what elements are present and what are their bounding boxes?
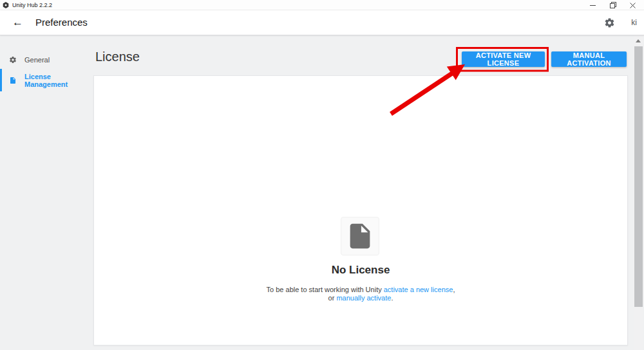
description-text: To be able to start working with Unity — [267, 286, 384, 293]
sidebar-item-label: License Management — [24, 73, 93, 88]
page-title: License — [95, 50, 140, 64]
activate-new-license-link[interactable]: activate a new license — [384, 286, 453, 293]
description-text: . — [391, 294, 393, 302]
manually-activate-link[interactable]: manually activate — [336, 294, 391, 302]
sidebar: General License Management — [0, 35, 93, 350]
page-header-title: Preferences — [35, 17, 88, 28]
content-region: General License Management License ACTIV… — [0, 35, 644, 350]
scrollbar-thumb[interactable] — [634, 46, 643, 307]
manual-activation-button[interactable]: MANUAL ACTIVATION — [551, 51, 627, 67]
scroll-up-arrow-icon[interactable] — [636, 39, 641, 42]
sidebar-item-general[interactable]: General — [0, 52, 93, 68]
activate-new-license-button[interactable]: ACTIVATE NEW LICENSE — [462, 51, 545, 67]
sidebar-item-license-management[interactable]: License Management — [0, 69, 93, 91]
window-title: Unity Hub 2.2.2 — [12, 2, 52, 8]
unity-logo-icon — [3, 2, 9, 8]
gear-icon — [9, 56, 17, 64]
license-panel: No License To be able to start working w… — [93, 75, 628, 345]
back-arrow-icon[interactable]: ← — [12, 15, 23, 30]
no-license-icon-box — [341, 217, 379, 255]
close-icon — [630, 3, 636, 8]
restore-button[interactable] — [603, 0, 623, 10]
no-license-title: No License — [94, 264, 627, 277]
file-icon — [9, 77, 17, 84]
file-icon — [345, 221, 375, 251]
window-controls — [583, 0, 643, 10]
description-text: , — [453, 286, 455, 293]
description-text: or — [328, 294, 337, 302]
vertical-scrollbar[interactable] — [634, 35, 643, 350]
settings-gear-icon[interactable] — [604, 17, 615, 28]
unity-hub-window: Unity Hub 2.2.2 ← Preferences ki — [0, 0, 644, 350]
titlebar: Unity Hub 2.2.2 — [0, 0, 644, 10]
sidebar-item-label: General — [24, 56, 50, 64]
minimize-icon — [590, 5, 596, 6]
user-initials[interactable]: ki — [631, 18, 637, 27]
minimize-button[interactable] — [583, 0, 603, 10]
close-button[interactable] — [623, 0, 643, 10]
app-header: ← Preferences ki — [0, 10, 644, 35]
no-license-description: To be able to start working with Unity a… — [94, 286, 627, 302]
restore-icon — [610, 2, 616, 8]
